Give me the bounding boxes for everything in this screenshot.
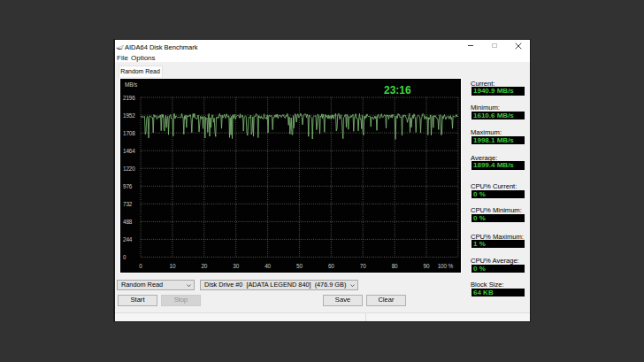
svg-text:0: 0: [123, 254, 126, 260]
svg-text:MB/s: MB/s: [125, 81, 137, 88]
svg-text:10: 10: [169, 263, 175, 269]
svg-text:60: 60: [328, 263, 334, 269]
svg-text:976: 976: [123, 183, 133, 189]
svg-text:732: 732: [123, 201, 133, 207]
svg-text:488: 488: [123, 219, 133, 225]
svg-text:23:16: 23:16: [384, 84, 411, 96]
svg-text:244: 244: [123, 236, 133, 243]
svg-text:0: 0: [139, 263, 142, 269]
svg-text:40: 40: [264, 263, 271, 269]
svg-text:1708: 1708: [123, 130, 135, 136]
svg-text:20: 20: [201, 263, 207, 269]
svg-text:50: 50: [296, 263, 303, 269]
svg-text:100 %: 100 %: [438, 263, 454, 269]
svg-text:1952: 1952: [123, 112, 135, 119]
svg-text:90: 90: [424, 263, 430, 269]
svg-text:80: 80: [392, 263, 398, 269]
svg-text:1464: 1464: [123, 148, 135, 154]
svg-text:30: 30: [233, 263, 239, 269]
svg-text:2196: 2196: [123, 95, 135, 101]
svg-text:70: 70: [360, 263, 366, 269]
svg-text:1220: 1220: [123, 166, 135, 172]
